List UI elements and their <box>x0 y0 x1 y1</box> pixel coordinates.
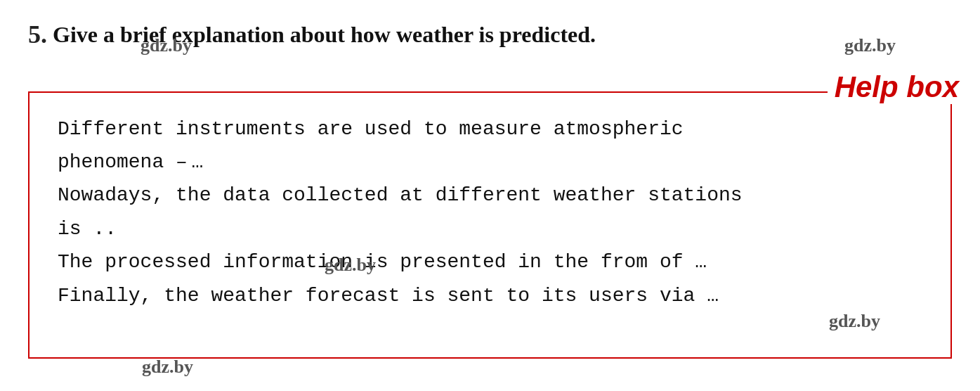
question-number: 5. <box>28 21 47 49</box>
watermark-1: gdz.by <box>141 35 192 56</box>
watermark-4: gdz.by <box>829 311 880 332</box>
content-line-4: is .. <box>58 214 922 244</box>
content-line-5: The processed information is presented i… <box>58 247 922 277</box>
content-line-2: phenomena – … <box>58 147 922 177</box>
content-box: Different instruments are used to measur… <box>28 91 952 359</box>
watermark-2: gdz.by <box>844 35 896 56</box>
page-container: 5. Give a brief explanation about how we… <box>0 0 980 391</box>
content-text: Different instruments are used to measur… <box>58 114 922 311</box>
question-text: Give a brief explanation about how weath… <box>53 21 596 48</box>
content-line-6: Finally, the weather forecast is sent to… <box>58 281 922 311</box>
help-box-label: Help box <box>828 70 966 104</box>
watermark-3: gdz.by <box>325 255 376 276</box>
content-line-3: Nowadays, the data collected at differen… <box>58 180 922 210</box>
watermark-5: gdz.by <box>142 357 193 378</box>
content-line-1: Different instruments are used to measur… <box>58 114 922 144</box>
